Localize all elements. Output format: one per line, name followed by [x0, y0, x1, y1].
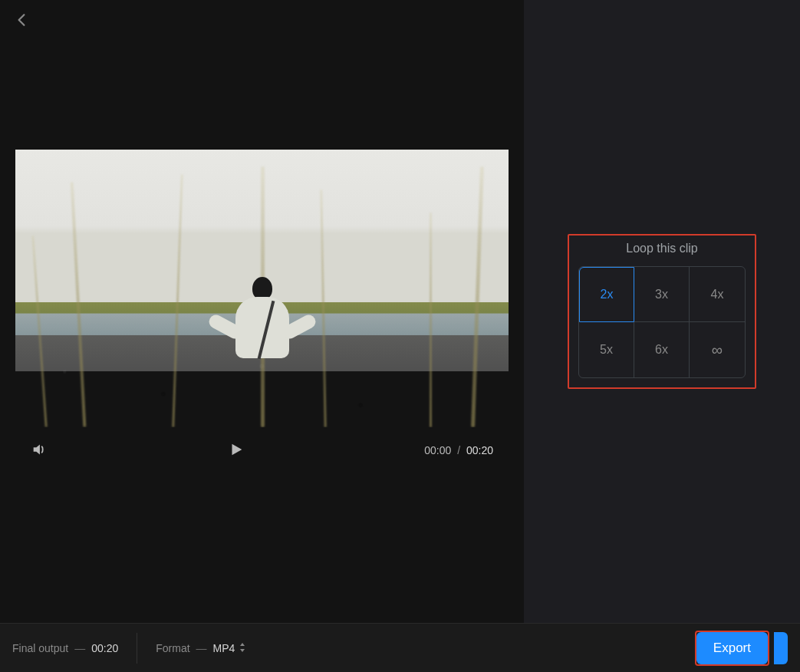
export-button-highlight: Export — [695, 631, 769, 666]
loop-option-6x[interactable]: 6x — [634, 322, 690, 377]
volume-button[interactable] — [31, 441, 49, 460]
play-icon — [228, 441, 245, 458]
export-button[interactable]: Export — [696, 632, 768, 664]
loop-option-label: 6x — [655, 343, 668, 357]
final-output-meta: Final output — 00:20 — [12, 642, 118, 654]
playback-time: 00:00 / 00:20 — [424, 444, 493, 456]
final-output-label: Final output — [12, 642, 68, 654]
format-meta: Format — MP4 — [156, 642, 245, 654]
loop-title: Loop this clip — [578, 242, 746, 255]
footer-bar: Final output — 00:20 Format — MP4 Export — [0, 623, 800, 672]
loop-option-label: 3x — [655, 288, 668, 301]
loop-options-grid: 2x 3x 4x 5x 6x ∞ — [578, 266, 746, 378]
loop-option-infinite[interactable]: ∞ — [690, 322, 745, 377]
format-label: Format — [156, 642, 189, 654]
back-button[interactable] — [12, 11, 31, 29]
export-dropdown-toggle[interactable] — [774, 632, 788, 664]
format-value: MP4 — [213, 642, 235, 654]
loop-option-label: 4x — [711, 288, 724, 301]
current-time: 00:00 — [424, 444, 451, 456]
volume-icon — [31, 441, 48, 458]
loop-option-5x[interactable]: 5x — [579, 322, 634, 377]
play-button[interactable] — [228, 441, 246, 460]
meta-dash: — — [196, 642, 207, 654]
preview-panel: 00:00 / 00:20 — [0, 0, 524, 623]
total-duration: 00:20 — [466, 444, 493, 456]
format-select[interactable]: MP4 — [213, 642, 246, 654]
loop-option-label: 2x — [601, 288, 614, 301]
meta-dash: — — [74, 642, 85, 654]
infinity-icon: ∞ — [712, 341, 723, 359]
loop-panel-highlight: Loop this clip 2x 3x 4x 5x 6x ∞ — [568, 234, 756, 389]
loop-option-label: 5x — [600, 343, 613, 357]
chevron-left-icon — [17, 13, 26, 27]
stepper-icon — [239, 642, 245, 654]
loop-option-3x[interactable]: 3x — [634, 267, 690, 322]
video-preview[interactable] — [15, 150, 509, 427]
footer-divider — [137, 633, 137, 664]
loop-option-2x[interactable]: 2x — [579, 267, 634, 322]
settings-panel: Loop this clip 2x 3x 4x 5x 6x ∞ — [524, 0, 800, 623]
video-content-person — [228, 277, 297, 358]
time-separator: / — [457, 444, 460, 456]
loop-option-4x[interactable]: 4x — [690, 267, 745, 322]
final-output-value: 00:20 — [91, 642, 118, 654]
